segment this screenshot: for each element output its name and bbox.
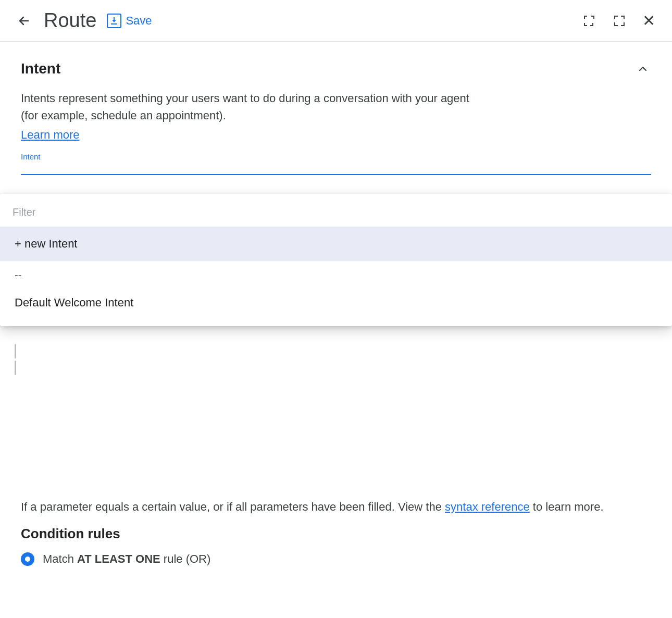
toolbar-left: Route Save (15, 9, 152, 32)
learn-more-link[interactable]: Learn more (21, 128, 651, 142)
sidebar-line-1 (15, 344, 16, 359)
intent-description-text: Intents represent something your users w… (21, 92, 469, 122)
intent-field-container: Intent Filter + new Intent -- Default We… (21, 158, 651, 175)
match-prefix-text: Match (43, 552, 77, 565)
save-button[interactable]: Save (107, 14, 152, 28)
collapse-button[interactable] (634, 60, 651, 77)
section-header: Intent (21, 60, 651, 77)
fullscreen-button[interactable] (580, 11, 599, 30)
match-rule-label: Match AT LEAST ONE rule (OR) (43, 552, 210, 566)
syntax-reference-link[interactable]: syntax reference (445, 500, 530, 513)
intent-field-wrapper: Intent (21, 158, 651, 175)
intent-description: Intents represent something your users w… (21, 90, 490, 124)
intent-field[interactable] (21, 158, 651, 175)
match-strong-text: AT LEAST ONE (77, 552, 160, 565)
resize-icon (612, 14, 627, 28)
dropdown-item-default-welcome[interactable]: Default Welcome Intent (0, 286, 672, 320)
chevron-up-icon (637, 63, 649, 75)
section-title: Intent (21, 60, 60, 77)
condition-desc-suffix: to learn more. (530, 500, 604, 513)
dropdown-item-new-intent[interactable]: + new Intent (0, 227, 672, 261)
app-container: Route Save (0, 0, 672, 618)
dropdown-filter-placeholder[interactable]: Filter (0, 200, 672, 227)
sidebar-line-2 (15, 361, 16, 375)
radio-button-at-least-one[interactable] (21, 552, 34, 566)
main-content: Intent Intents represent something your … (0, 42, 672, 566)
intent-section: Intent Intents represent something your … (21, 60, 651, 566)
toolbar: Route Save (0, 0, 672, 42)
close-icon: ✕ (642, 11, 655, 30)
condition-description: If a parameter equals a certain value, o… (21, 498, 651, 515)
condition-rules-title: Condition rules (21, 526, 651, 542)
back-button[interactable] (15, 11, 33, 30)
condition-desc-prefix: If a parameter equals a certain value, o… (21, 500, 445, 513)
dropdown-overlay: Filter + new Intent -- Default Welcome I… (0, 194, 672, 326)
fullscreen-icon (582, 14, 596, 28)
condition-rules-row: Match AT LEAST ONE rule (OR) (21, 552, 651, 566)
back-arrow-icon (17, 14, 31, 28)
sidebar-lines (15, 344, 16, 375)
resize-button[interactable] (610, 11, 629, 30)
below-dropdown-section: If a parameter equals a certain value, o… (21, 488, 651, 566)
toolbar-right: ✕ (580, 9, 657, 32)
page-title: Route (44, 9, 96, 32)
save-icon (107, 14, 121, 28)
radio-inner (25, 557, 30, 562)
dropdown-divider: -- (0, 261, 672, 286)
close-button[interactable]: ✕ (640, 9, 657, 32)
match-suffix-text: rule (OR) (160, 552, 211, 565)
